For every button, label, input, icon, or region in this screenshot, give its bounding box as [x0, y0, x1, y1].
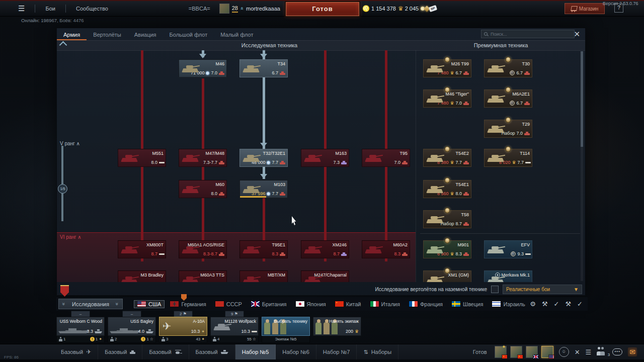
nation-usa[interactable]: США: [134, 300, 165, 308]
crew-slot-strip[interactable]: Экипаж №5: [262, 336, 310, 343]
vehicle-card-m60a2[interactable]: M60A28.3: [362, 240, 410, 258]
vehicle-card-t54e1[interactable]: T54E18 560♛8.0: [423, 180, 471, 198]
search-box[interactable]: [481, 30, 575, 38]
vehicle-card-m60a3-tts[interactable]: M60A3 TTS: [179, 270, 227, 282]
player-avatar[interactable]: [219, 4, 229, 14]
tab-Авиация[interactable]: Авиация: [128, 30, 163, 40]
ready-button[interactable]: Готов: [286, 2, 359, 16]
leave-squad-icon[interactable]: ✕: [575, 348, 580, 356]
crew-slot-2[interactable]: –USS Bagley4.02!1☆: [108, 311, 156, 343]
crew-slot-body[interactable]: USS Bagley4.0: [108, 317, 156, 336]
crew-slot-body[interactable]: ✈A-10A10.3✦: [159, 317, 207, 336]
chat-icon[interactable]: •••: [612, 348, 622, 355]
crew-slot-body[interactable]: USS Welborn C Wood3.3: [56, 317, 105, 336]
vehicle-card-m551[interactable]: M5518.0: [118, 149, 166, 167]
nation-israel[interactable]: Израиль: [489, 300, 528, 308]
shop-button[interactable]: Магазин: [565, 3, 605, 14]
nation-sweden[interactable]: Швеция: [448, 300, 487, 308]
vehicle-card-efv[interactable]: EFV9.3: [484, 240, 532, 258]
crew-slot-strip[interactable]: 343✦: [159, 336, 207, 343]
vehicle-card-merkava-mk-1[interactable]: Merkava Mk.1: [484, 270, 532, 282]
nation-japan[interactable]: Япония: [292, 300, 330, 308]
scrollbar-thumb[interactable]: [581, 51, 583, 147]
check-icon[interactable]: ✓: [554, 300, 559, 308]
vehicle-card-m46-tiger-[interactable]: M46 "Tiger"7 480♛7.0: [423, 89, 471, 108]
vehicle-card-m103[interactable]: M10337 5967.7: [239, 180, 288, 198]
vehicle-card-m6a2e1[interactable]: M6A2E16.7: [484, 89, 532, 108]
preset-tab-набор-№5[interactable]: Набор №5: [235, 344, 276, 359]
vehicle-card-xm246[interactable]: XM2468.7: [301, 240, 349, 258]
vehicle-card-m60a1-aos-rise[interactable]: M60A1 AOS/RISE8.3-8.7: [179, 240, 227, 258]
crew-slot-strip[interactable]: 1!1✦: [56, 336, 105, 343]
vehicle-card-m163[interactable]: M1637.3: [301, 149, 349, 167]
crew-slot-strip[interactable]: 455☆: [210, 336, 259, 343]
nation-italy[interactable]: Италия: [367, 300, 404, 308]
crew-slot-body[interactable]: Нанять экипаж200♛: [313, 317, 361, 336]
battle-pass-icon[interactable]: BP: [429, 5, 437, 12]
check-all-icon[interactable]: ✓: [577, 300, 583, 308]
search-input[interactable]: [490, 31, 572, 37]
preset-tab-наборы[interactable]: ⇅Наборы: [357, 344, 398, 359]
crew-slot-body[interactable]: Выбрать технику: [262, 317, 310, 336]
research-dropdown-button[interactable]: » Исследования »: [58, 299, 123, 309]
nav-battles[interactable]: Бои: [40, 6, 60, 12]
repair-icon[interactable]: ⚒: [542, 300, 548, 308]
helicopter-research-checkbox[interactable]: [491, 286, 499, 293]
preset-tab-базовый[interactable]: Базовый: [142, 344, 189, 359]
menu-icon[interactable]: ☰: [13, 4, 30, 13]
crew-slot-6[interactable]: Нанять экипаж200♛: [313, 311, 361, 343]
vehicle-card-m47-m48[interactable]: M47/M487.3-7.7: [179, 149, 227, 167]
list-icon[interactable]: ☰: [586, 348, 592, 356]
vehicle-card-m901[interactable]: M9016 900♛8.3: [423, 240, 471, 258]
golden-eagles-amount[interactable]: 2 045: [405, 6, 419, 12]
mail-icon[interactable]: ✉: [628, 347, 637, 356]
squad-avatar-1[interactable]: ★: [495, 346, 507, 358]
tab-Вертолёты[interactable]: Вертолёты: [87, 30, 128, 40]
vehicle-card-t58[interactable]: T58Набор8.7: [423, 210, 471, 228]
vehicle-card-t95e1[interactable]: T95E18.3: [239, 240, 288, 258]
crew-slot-1[interactable]: –USS Welborn C Wood3.31!1✦: [56, 311, 105, 343]
vehicle-card-t32-t32e1[interactable]: T32/T32E148 0007.7: [239, 149, 288, 167]
scrollbar[interactable]: [581, 51, 583, 281]
nation-germany[interactable]: Германия: [167, 300, 209, 308]
rank-vi-label[interactable]: VI ранг ∧: [60, 234, 82, 240]
tab-Малый флот[interactable]: Малый флот: [214, 30, 260, 40]
vehicle-card-m60[interactable]: M608.0: [179, 180, 227, 198]
repair-all-icon[interactable]: ⚒: [565, 300, 571, 308]
preset-tab-базовый[interactable]: Базовый: [189, 344, 235, 359]
vehicle-card-m26-t99[interactable]: M26 T997 480♛6.7: [423, 59, 471, 77]
tab-Большой флот[interactable]: Большой флот: [163, 30, 214, 40]
close-icon[interactable]: ✕: [574, 30, 580, 39]
vehicle-card-m247-chaparral[interactable]: M247/Chaparral: [301, 270, 349, 282]
squad-avatar-3[interactable]: [526, 346, 538, 358]
preset-tab-набор-№7[interactable]: Набор №7: [316, 344, 357, 359]
game-mode-dropdown[interactable]: Реалистичные бои ▼: [503, 285, 582, 294]
nation-ussr[interactable]: СССР: [212, 300, 246, 308]
vehicle-card-t30[interactable]: T306.7: [484, 59, 532, 77]
squad-avatar-2[interactable]: [510, 346, 522, 358]
preset-tab-базовый[interactable]: Базовый✈: [54, 344, 98, 359]
squad-avatar-4[interactable]: [541, 346, 553, 358]
vehicle-card-t114[interactable]: T1148 020♛7.7: [484, 149, 532, 167]
crew-slot-3[interactable]: 2 ⚑✈A-10A10.3✦343✦: [159, 311, 207, 343]
vehicle-card-xm800t[interactable]: XM800T8.7: [118, 240, 166, 258]
gear-icon[interactable]: ⚙: [530, 300, 536, 308]
silver-lions-amount[interactable]: 1 154 378: [371, 6, 396, 12]
crew-slot-5[interactable]: Выбрать техникуЭкипаж №5: [262, 311, 310, 343]
nation-china[interactable]: Китай: [332, 300, 365, 308]
preset-tab-набор-№6[interactable]: Набор №6: [276, 344, 316, 359]
crew-slot-4[interactable]: 9 ⚑M1128 Wolfpack10.3455☆: [210, 311, 259, 343]
crew-slot-body[interactable]: M1128 Wolfpack10.3: [210, 317, 259, 336]
vehicle-card-xm1-gm-[interactable]: XM1 (GM): [423, 270, 471, 282]
tab-Армия[interactable]: Армия: [57, 30, 87, 40]
clan-tag[interactable]: =BBCA=: [189, 6, 210, 12]
vehicle-card-t54e2[interactable]: T54E28 380♛7.7: [423, 149, 471, 167]
vehicle-card-t29[interactable]: T29Набор7.0: [484, 120, 532, 138]
preset-tab-базовый[interactable]: Базовый: [98, 344, 142, 359]
crew-slot-strip[interactable]: 2!1☆: [108, 336, 156, 343]
vehicle-card-m46[interactable]: M4671 0007.0: [179, 59, 227, 77]
anonymous-icon[interactable]: ☺: [559, 347, 569, 357]
squad-icon[interactable]: 3: [597, 348, 607, 355]
nation-france[interactable]: Франция: [406, 300, 446, 308]
nav-community[interactable]: Сообщество: [71, 6, 113, 12]
